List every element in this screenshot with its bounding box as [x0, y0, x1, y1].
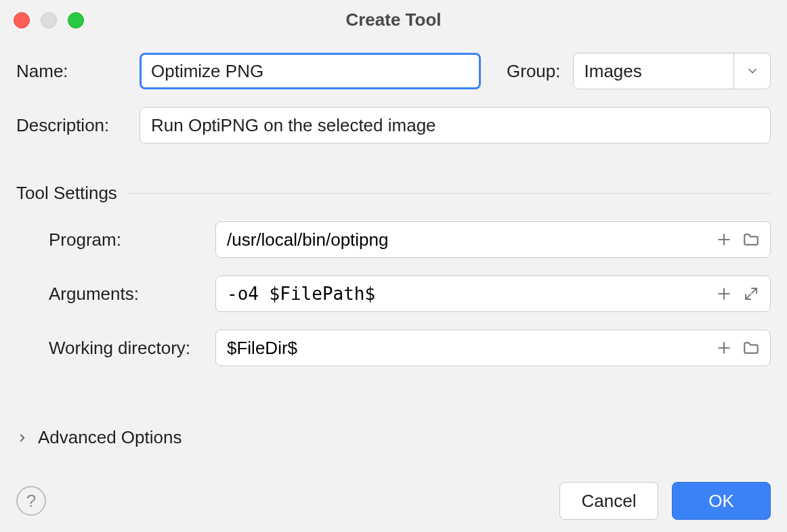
- dialog-title: Create Tool: [0, 9, 787, 30]
- program-input-wrap: [215, 221, 771, 258]
- group-select-trigger[interactable]: [733, 53, 770, 89]
- name-input[interactable]: [140, 53, 481, 89]
- expand-icon: [743, 286, 759, 302]
- help-button[interactable]: ?: [16, 486, 46, 516]
- dialog-footer: ? Cancel OK: [16, 482, 771, 520]
- program-insert-macro-button[interactable]: [710, 226, 738, 253]
- chevron-down-icon: [746, 64, 759, 78]
- plus-icon: [715, 285, 733, 303]
- arguments-row: Arguments:: [16, 275, 771, 312]
- tool-settings-section-header: Tool Settings: [16, 183, 771, 204]
- group-select-value: Images: [574, 53, 734, 89]
- arguments-input-wrap: [215, 275, 771, 312]
- svg-line-4: [752, 288, 757, 293]
- working-directory-browse-button[interactable]: [738, 334, 765, 361]
- arguments-expand-button[interactable]: [738, 280, 765, 307]
- tool-settings-label: Tool Settings: [16, 183, 117, 204]
- advanced-options-toggle[interactable]: Advanced Options: [16, 427, 771, 448]
- program-row: Program:: [16, 221, 771, 258]
- working-directory-row: Working directory:: [16, 330, 771, 366]
- program-label: Program:: [49, 229, 215, 250]
- section-divider: [128, 193, 771, 194]
- description-input[interactable]: [140, 107, 771, 143]
- arguments-insert-macro-button[interactable]: [710, 280, 738, 307]
- plus-icon: [715, 339, 733, 357]
- ok-button[interactable]: OK: [672, 482, 771, 520]
- working-directory-label: Working directory:: [49, 338, 215, 359]
- description-row: Description:: [16, 107, 771, 143]
- name-group-row: Name: Group: Images: [16, 53, 771, 89]
- description-label: Description:: [16, 115, 127, 136]
- svg-line-5: [746, 294, 750, 299]
- working-directory-input[interactable]: [216, 330, 710, 365]
- group-label: Group:: [507, 61, 561, 82]
- advanced-options-label: Advanced Options: [38, 427, 182, 448]
- program-input[interactable]: [216, 222, 710, 257]
- chevron-right-icon: [16, 432, 28, 444]
- folder-icon: [742, 231, 760, 248]
- group-select[interactable]: Images: [573, 53, 771, 89]
- cancel-button[interactable]: Cancel: [559, 482, 658, 520]
- folder-icon: [742, 339, 760, 357]
- working-directory-insert-macro-button[interactable]: [710, 334, 738, 361]
- program-browse-button[interactable]: [738, 226, 765, 253]
- dialog-content: Name: Group: Images Description: Tool Se…: [16, 53, 771, 516]
- arguments-input[interactable]: [216, 276, 710, 311]
- arguments-label: Arguments:: [49, 284, 215, 305]
- dialog-window: Create Tool Name: Group: Images Descript…: [0, 0, 787, 532]
- working-directory-input-wrap: [215, 330, 771, 366]
- name-label: Name:: [16, 61, 127, 82]
- plus-icon: [715, 231, 733, 248]
